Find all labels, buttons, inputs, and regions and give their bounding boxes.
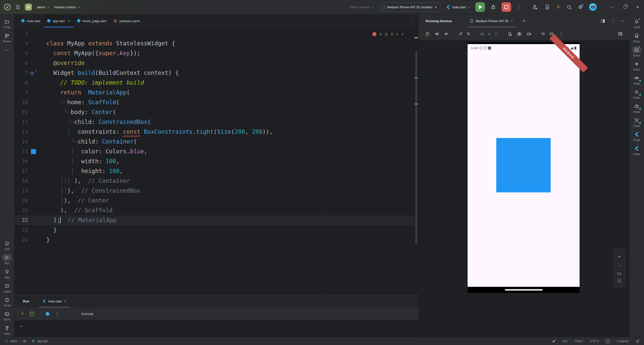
- gesture-pill[interactable]: [505, 289, 543, 291]
- file-encoding[interactable]: UTF-8: [590, 339, 599, 343]
- tab-main-dart[interactable]: main.dart: [18, 14, 44, 27]
- android-home-icon[interactable]: ○: [488, 32, 490, 36]
- panel-options-icon[interactable]: ⋮: [611, 18, 615, 24]
- tab-app-dart[interactable]: app.dart ✕: [44, 14, 74, 27]
- tab-options-icon[interactable]: ⋮: [409, 18, 418, 24]
- code-line[interactable]: 13 │ constraints: const BoxConstraints.t…: [14, 127, 414, 137]
- breadcrumb-file[interactable]: app.dart: [37, 339, 48, 343]
- tab-home-page-dart[interactable]: home_page.dart: [74, 14, 110, 27]
- android-overview-icon[interactable]: □: [495, 32, 498, 36]
- inspections-widget[interactable]: ! 1 ⚠ 2 ∧ ∨: [372, 32, 404, 37]
- code-line[interactable]: 16 │ width: 100,: [14, 156, 414, 166]
- device-tab[interactable]: Medium Phone API 35 ✕: [466, 14, 516, 27]
- emulator-screen[interactable]: 11:59 i A 3G DEBUG: [468, 42, 580, 293]
- sidebar-item-flutter-performance[interactable]: Flutte: [630, 73, 644, 87]
- hide-panel-icon[interactable]: [621, 21, 624, 21]
- rotate-left-icon[interactable]: ↺: [459, 31, 462, 36]
- code-line[interactable]: 8 // TODO: implement build: [14, 78, 414, 88]
- vcs-widget[interactable]: Version control: [54, 5, 80, 9]
- close-tab-icon[interactable]: ✕: [511, 19, 513, 23]
- code-line[interactable]: 10 └─home: Scaffold(: [14, 97, 414, 107]
- sidebar-item-notifications[interactable]: Notifi: [630, 16, 644, 30]
- code-line[interactable]: 14 └─child: Container(: [14, 137, 414, 147]
- sidebar-item-flutter-devtools[interactable]: Flutte: [630, 101, 644, 115]
- more-actions-icon[interactable]: ⋮: [55, 311, 59, 317]
- code-line[interactable]: 7 Widget build(BuildContext context) {: [14, 68, 414, 78]
- warning-stripe-mark[interactable]: [414, 37, 418, 38]
- sidebar-item-more[interactable]: ⋯: [0, 45, 14, 55]
- stop-button[interactable]: [502, 2, 511, 12]
- sidebar-item-project[interactable]: Proje: [0, 16, 14, 30]
- sidebar-item-run[interactable]: Run: [0, 252, 14, 266]
- app-icon[interactable]: [45, 312, 50, 317]
- code-editor[interactable]: 3 4 class MyApp extends StatelessWidget …: [14, 28, 418, 295]
- code-line[interactable]: 4 class MyApp extends StatelessWidget {: [14, 39, 414, 48]
- zoom-actual-size-button[interactable]: 1:1: [617, 272, 621, 275]
- screenshot-camera-icon[interactable]: [517, 31, 522, 36]
- project-selector[interactable]: demo: [37, 5, 49, 9]
- code-line[interactable]: 3: [14, 29, 414, 39]
- debug-button[interactable]: [490, 4, 496, 10]
- editor-scrollbar[interactable]: [415, 51, 417, 244]
- attach-debugger-icon[interactable]: [533, 4, 538, 10]
- run-configuration-selector[interactable]: main.dart: [446, 5, 470, 9]
- code-line[interactable]: 21 ), // Scaffold: [14, 205, 414, 215]
- sidebar-item-flutter-inspector[interactable]: Flutte: [630, 115, 644, 129]
- next-problem-icon[interactable]: ∨: [401, 32, 404, 36]
- line-ending[interactable]: CRLF: [575, 339, 583, 343]
- code-line[interactable]: 17 │ height: 100,: [14, 166, 414, 176]
- code-line[interactable]: 22 ); // MaterialApp: [14, 215, 414, 225]
- sidebar-item-logcat[interactable]: Logca: [0, 281, 14, 295]
- sidebar-item-problems[interactable]: Probl: [0, 295, 14, 309]
- rotate-right-icon[interactable]: ↻: [467, 31, 470, 36]
- breadcrumb-dir[interactable]: lib: [23, 339, 26, 343]
- sidebar-item-resource-manager[interactable]: Resou: [0, 30, 14, 45]
- run-tab-main-dart[interactable]: main.dart ✕: [39, 295, 69, 307]
- code-line[interactable]: 24 }: [14, 235, 414, 245]
- reset-icon[interactable]: ⟲: [541, 31, 544, 36]
- code-line[interactable]: 20 │), // Center: [14, 196, 414, 205]
- window-close-button[interactable]: ×: [636, 4, 639, 10]
- sidebar-item-flutter-outline[interactable]: Flutte: [630, 129, 644, 143]
- code-line[interactable]: 12 └─child: ConstrainedBox(: [14, 117, 414, 127]
- power-icon[interactable]: [425, 31, 430, 36]
- panel-layout-icon[interactable]: [601, 19, 605, 23]
- zoom-in-button[interactable]: +: [618, 254, 621, 260]
- hot-reload-icon[interactable]: ⚡: [21, 311, 24, 317]
- profile-avatar[interactable]: [589, 3, 597, 11]
- breadcrumb-project[interactable]: demo: [10, 339, 18, 343]
- ai-assistant-off-icon[interactable]: ✦: [552, 339, 555, 343]
- breadcrumb[interactable]: demo › lib › app.dart: [5, 339, 48, 343]
- sidebar-item-flutter-tools[interactable]: Flutte: [630, 87, 644, 101]
- code-line[interactable]: 23 }: [14, 225, 414, 235]
- select-device-dropdown[interactable]: Select Device: [349, 5, 373, 9]
- code-line[interactable]: 9 return MaterialApp(: [14, 88, 414, 97]
- indent-setting[interactable]: 2 spaces: [617, 339, 629, 343]
- more-actions-icon[interactable]: ⋮: [517, 5, 521, 10]
- unlock-icon[interactable]: [636, 339, 639, 343]
- run-button[interactable]: [475, 2, 485, 12]
- code-line[interactable]: 11 └─body: Center(: [14, 107, 414, 117]
- code-line[interactable]: 18 │││ ), // Container: [14, 176, 414, 186]
- change-stripe-mark[interactable]: [414, 78, 418, 79]
- zoom-fit-button[interactable]: [618, 279, 621, 282]
- flutter-device-tools-icon[interactable]: [545, 4, 550, 10]
- code-line[interactable]: 5 const MyApp({super.key});: [14, 48, 414, 58]
- screen-record-icon[interactable]: [526, 31, 531, 36]
- add-device-tab-icon[interactable]: +: [523, 18, 525, 24]
- code-line[interactable]: 6 @override: [14, 58, 414, 68]
- volume-up-icon[interactable]: [435, 31, 439, 36]
- tab-pubspec-yaml[interactable]: Y pubspec.yaml: [110, 14, 143, 27]
- settings-gear-icon[interactable]: ⚙: [578, 4, 583, 10]
- close-tab-icon[interactable]: ✕: [67, 19, 70, 23]
- close-tab-icon[interactable]: ✕: [64, 299, 66, 303]
- device-selector[interactable]: Medium Phone API 35 (mobile) ▼: [378, 3, 440, 12]
- hot-reload-icon[interactable]: ⚡: [557, 4, 560, 10]
- inspections-status-icon[interactable]: !: [606, 339, 610, 343]
- zoom-out-button[interactable]: −: [618, 263, 621, 269]
- android-back-icon[interactable]: ◁: [480, 31, 483, 36]
- console-output[interactable]: >: [14, 321, 418, 337]
- code-line[interactable]: 15 │ color: Colors.blue,: [14, 147, 414, 156]
- sidebar-item-flutter-coverage[interactable]: Flutte: [630, 143, 644, 157]
- sidebar-item-device-manager[interactable]: Devic: [630, 30, 644, 45]
